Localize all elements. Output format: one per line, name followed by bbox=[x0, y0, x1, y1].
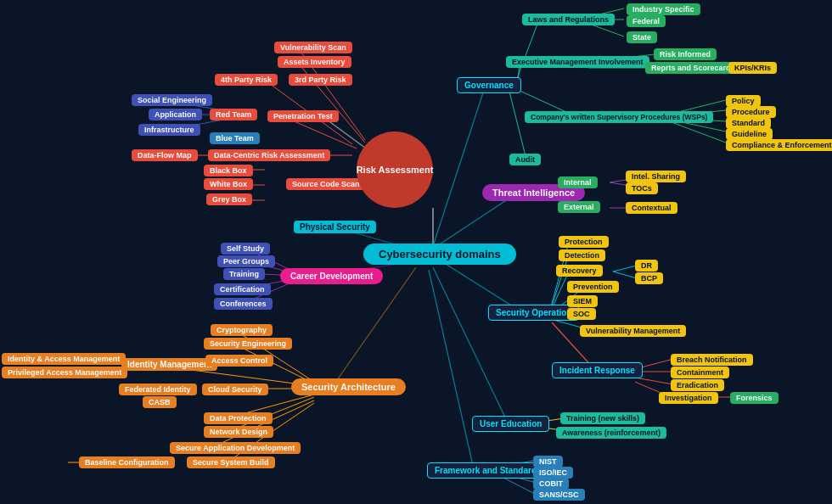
protection-node[interactable]: Protection bbox=[559, 236, 609, 248]
vuln-mgmt-node[interactable]: Vulnerability Management bbox=[580, 325, 686, 337]
white-box-node[interactable]: White Box bbox=[204, 178, 253, 190]
training-node[interactable]: Training bbox=[223, 268, 265, 280]
identity-mgmt-node[interactable]: Identity Management bbox=[121, 358, 217, 371]
bcp-node[interactable]: BCP bbox=[635, 272, 663, 284]
data-flow-node[interactable]: Data-Flow Map bbox=[132, 149, 198, 161]
vuln-scan-node[interactable]: Vulnerability Scan bbox=[274, 42, 352, 53]
peer-groups-node[interactable]: Peer Groups bbox=[217, 255, 275, 267]
certification-node[interactable]: Certification bbox=[214, 283, 271, 295]
baseline-node[interactable]: Baseline Configuration bbox=[79, 456, 175, 468]
guideline-node[interactable]: Guideline bbox=[726, 128, 773, 140]
dr-node[interactable]: DR bbox=[635, 260, 658, 272]
containment-node[interactable]: Containment bbox=[671, 367, 729, 378]
secure-app-node[interactable]: Secure Application Development bbox=[170, 442, 301, 454]
cryptography-node[interactable]: Cryptography bbox=[211, 324, 273, 336]
incident-response-node[interactable]: Incident Response bbox=[552, 362, 643, 378]
svg-line-1 bbox=[433, 85, 486, 246]
mindmap-container: Risk Assessment Cybersecurity domains Go… bbox=[0, 0, 832, 504]
federated-node[interactable]: Federated Identity bbox=[119, 384, 197, 395]
intel-sharing-node[interactable]: Intel. Sharing bbox=[626, 171, 686, 182]
iocs-node[interactable]: TOCs bbox=[626, 182, 658, 194]
governance-node[interactable]: Governance bbox=[457, 77, 521, 93]
conferences-node[interactable]: Conferences bbox=[214, 298, 273, 310]
user-education-node[interactable]: User Education bbox=[472, 416, 549, 432]
standard-node[interactable]: Standard bbox=[726, 117, 771, 129]
external-node[interactable]: External bbox=[558, 201, 600, 213]
svg-line-5 bbox=[429, 270, 474, 469]
exec-mgmt-node[interactable]: Executive Management Involvement bbox=[506, 56, 649, 68]
infrastructure-node[interactable]: Infrastructure bbox=[138, 124, 200, 136]
breach-notif-node[interactable]: Breach Notification bbox=[671, 354, 753, 366]
siem-node[interactable]: SIEM bbox=[567, 295, 598, 307]
4th-party-node[interactable]: 4th Party Risk bbox=[215, 74, 278, 86]
red-team-node[interactable]: Red Team bbox=[210, 109, 257, 120]
self-study-node[interactable]: Self Study bbox=[221, 243, 270, 255]
casb-node[interactable]: CASB bbox=[143, 396, 177, 408]
black-box-node[interactable]: Black Box bbox=[204, 165, 253, 176]
penetration-node[interactable]: Penetration Test bbox=[267, 110, 339, 122]
eradication-node[interactable]: Eradication bbox=[671, 379, 724, 391]
svg-line-22 bbox=[516, 20, 539, 81]
policy-node[interactable]: Policy bbox=[726, 95, 761, 107]
prevention-node[interactable]: Prevention bbox=[567, 281, 619, 293]
internal-node[interactable]: Internal bbox=[558, 176, 598, 188]
risk-informed-node[interactable]: Risk Informed bbox=[654, 48, 717, 60]
application-node[interactable]: Application bbox=[149, 109, 202, 120]
social-eng-node[interactable]: Social Engineering bbox=[132, 94, 212, 106]
network-design-node[interactable]: Network Design bbox=[204, 426, 273, 438]
audit-node[interactable]: Audit bbox=[509, 154, 541, 165]
svg-line-4 bbox=[433, 267, 508, 423]
detection-node[interactable]: Detection bbox=[559, 249, 605, 261]
procedure-node[interactable]: Procedure bbox=[726, 106, 776, 118]
cloud-security-node[interactable]: Cloud Security bbox=[202, 384, 268, 395]
center-node[interactable]: Risk Assessment bbox=[357, 132, 433, 208]
source-code-node[interactable]: Source Code Scan bbox=[286, 178, 366, 190]
grey-box-node[interactable]: Grey Box bbox=[206, 193, 252, 205]
blue-team-node[interactable]: Blue Team bbox=[210, 132, 260, 144]
iso-iec-node[interactable]: ISO/IEC bbox=[533, 467, 573, 479]
security-op-node[interactable]: Security Operation bbox=[488, 305, 579, 321]
3rd-party-node[interactable]: 3rd Party Risk bbox=[289, 74, 352, 86]
industry-node[interactable]: Industry Specific bbox=[627, 3, 700, 15]
cobit-node[interactable]: COBIT bbox=[533, 478, 569, 490]
training-new-node[interactable]: Training (new skills) bbox=[560, 412, 645, 424]
physical-sec-node[interactable]: Physical Security bbox=[294, 221, 376, 233]
svg-line-6 bbox=[333, 267, 416, 386]
sec-engineering-node[interactable]: Security Engineering bbox=[204, 338, 292, 350]
main-hub[interactable]: Cybersecurity domains bbox=[363, 244, 516, 265]
data-protection-node[interactable]: Data Protection bbox=[204, 412, 273, 424]
forensics-node[interactable]: Forensics bbox=[730, 392, 779, 404]
secure-sys-node[interactable]: Secure System Build bbox=[187, 456, 275, 468]
laws-regs-node[interactable]: Laws and Regulations bbox=[522, 14, 615, 25]
company-wsp-node[interactable]: Company's written Supervisory Procedures… bbox=[525, 111, 713, 123]
contextual-node[interactable]: Contextual bbox=[626, 202, 677, 214]
career-dev-node[interactable]: Career Development bbox=[280, 268, 383, 284]
svg-line-50 bbox=[613, 272, 637, 278]
svg-line-43 bbox=[550, 255, 569, 311]
soc-node[interactable]: SOC bbox=[567, 308, 596, 320]
access-control-node[interactable]: Access Control bbox=[205, 355, 273, 367]
identity-access-node[interactable]: Identity & Access Management bbox=[2, 353, 126, 365]
nist-node[interactable]: NIST bbox=[533, 456, 563, 468]
compliance-node[interactable]: Compliance & Enforcement bbox=[726, 139, 832, 151]
data-centric-node[interactable]: Data-Centric Risk Assessment bbox=[208, 149, 330, 161]
federal-node[interactable]: Federal bbox=[627, 15, 666, 27]
privileged-access-node[interactable]: Privileged Access Management bbox=[2, 367, 127, 378]
investigation-node[interactable]: Investigation bbox=[659, 392, 718, 404]
svg-line-49 bbox=[613, 266, 637, 272]
recovery-node[interactable]: Recovery bbox=[556, 265, 603, 277]
framework-node[interactable]: Framework and Standard bbox=[427, 462, 544, 479]
assets-inv-node[interactable]: Assets Inventory bbox=[278, 56, 351, 68]
state-node[interactable]: State bbox=[627, 31, 657, 43]
reports-node[interactable]: Reprts and Scorecards bbox=[645, 62, 741, 74]
awareness-node[interactable]: Awareness (reinforcement) bbox=[556, 427, 666, 439]
security-arch-node[interactable]: Security Architecture bbox=[291, 378, 406, 395]
sans-csc-node[interactable]: SANS/CSC bbox=[533, 489, 585, 501]
svg-line-25 bbox=[509, 92, 526, 160]
kpis-node[interactable]: KPIs/KRIs bbox=[728, 62, 777, 74]
svg-line-62 bbox=[502, 477, 533, 493]
svg-line-54 bbox=[635, 378, 673, 384]
